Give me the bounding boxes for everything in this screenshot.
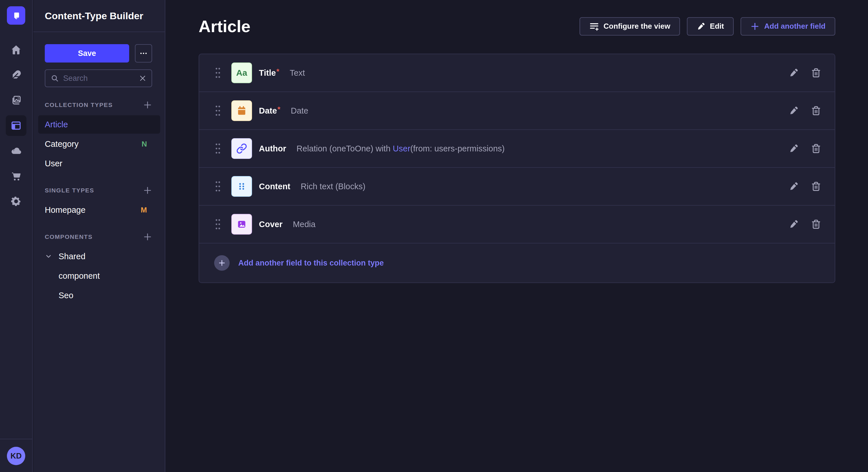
- add-single-type-button[interactable]: [143, 186, 152, 195]
- clear-search-button[interactable]: [139, 74, 146, 82]
- configure-list-icon: [589, 22, 599, 31]
- add-collection-type-button[interactable]: [143, 100, 152, 109]
- rail-nav-items: [6, 40, 26, 212]
- modified-badge: M: [141, 206, 147, 214]
- search-box: [45, 69, 152, 87]
- pencil-icon: [789, 181, 799, 191]
- plus-icon: [750, 22, 760, 31]
- edit-field-button[interactable]: [789, 220, 799, 229]
- strapi-logo[interactable]: [7, 6, 25, 25]
- drag-handle[interactable]: [214, 218, 222, 231]
- trash-icon: [811, 144, 821, 154]
- edit-button[interactable]: Edit: [687, 17, 734, 36]
- main-content: Article Configure the view Edit Add an: [166, 0, 868, 472]
- plus-icon: [218, 259, 226, 267]
- plus-icon: [143, 186, 152, 195]
- cloud-icon: [10, 145, 22, 157]
- drag-handle[interactable]: [214, 180, 222, 193]
- plus-icon: [143, 232, 152, 241]
- configure-view-button[interactable]: Configure the view: [580, 17, 680, 36]
- gear-icon: [10, 196, 22, 207]
- field-row-title: Aa Title* Text: [199, 54, 835, 92]
- drag-handle[interactable]: [214, 142, 222, 155]
- content-type-builder-icon: [10, 120, 22, 131]
- components-title: COMPONENTS: [45, 233, 93, 240]
- content-manager-nav[interactable]: [6, 65, 26, 86]
- pencil-icon: [789, 106, 799, 115]
- field-type: Rich text (Blocks): [301, 182, 366, 191]
- relation-target-link[interactable]: User: [393, 144, 410, 153]
- field-name: Content: [259, 182, 290, 191]
- marketplace-nav[interactable]: [6, 166, 26, 187]
- edit-field-button[interactable]: [789, 106, 799, 115]
- item-label: User: [45, 159, 62, 168]
- close-icon: [139, 74, 146, 82]
- cart-icon: [10, 170, 22, 182]
- delete-field-button[interactable]: [811, 220, 821, 229]
- feather-icon: [10, 69, 22, 81]
- field-type: Media: [293, 220, 315, 229]
- delete-field-button[interactable]: [811, 106, 821, 115]
- pencil-icon: [789, 68, 799, 78]
- field-type: Text: [290, 68, 305, 78]
- sidebar-item-seo[interactable]: Seo: [38, 286, 160, 305]
- date-field-icon: [231, 100, 252, 121]
- more-actions-button[interactable]: [135, 44, 152, 63]
- drag-handle[interactable]: [214, 104, 222, 117]
- trash-icon: [811, 220, 821, 229]
- trash-icon: [811, 106, 821, 115]
- field-row-content: Content Rich text (Blocks): [199, 168, 835, 206]
- item-label: component: [59, 271, 100, 281]
- single-types-title: SINGLE TYPES: [45, 187, 94, 194]
- component-group-shared[interactable]: Shared: [38, 247, 160, 266]
- plugin-title: Content-Type Builder: [45, 10, 143, 22]
- deploy-nav[interactable]: [6, 140, 26, 161]
- media-library-icon: [10, 95, 22, 106]
- field-row-cover: Cover Media: [199, 206, 835, 243]
- edit-label: Edit: [710, 22, 724, 31]
- drag-handle[interactable]: [214, 67, 222, 79]
- item-label: Category: [45, 139, 79, 149]
- fields-table: Aa Title* Text: [198, 54, 835, 283]
- components-section: COMPONENTS Shared component: [45, 232, 152, 305]
- delete-field-button[interactable]: [811, 181, 821, 191]
- text-field-icon: Aa: [231, 63, 252, 83]
- content-type-builder-nav[interactable]: [6, 115, 26, 136]
- strapi-logo-icon: [11, 10, 22, 21]
- edit-field-button[interactable]: [789, 144, 799, 154]
- single-types-section: SINGLE TYPES Homepage M: [45, 186, 152, 219]
- edit-field-button[interactable]: [789, 68, 799, 78]
- add-field-row[interactable]: Add another field to this collection typ…: [199, 243, 835, 282]
- pencil-icon: [789, 144, 799, 154]
- sidebar-item-category[interactable]: Category N: [38, 135, 160, 153]
- main-nav-rail: KD: [0, 0, 33, 472]
- item-label: Homepage: [45, 205, 86, 215]
- add-component-button[interactable]: [143, 232, 152, 241]
- settings-nav[interactable]: [6, 191, 26, 212]
- sidebar-item-article[interactable]: Article: [38, 115, 160, 134]
- field-row-date: Date* Date: [199, 92, 835, 130]
- edit-field-button[interactable]: [789, 181, 799, 191]
- page-title: Article: [198, 16, 251, 36]
- ellipsis-icon: [139, 49, 148, 58]
- plugin-sidebar: Content-Type Builder Save: [33, 0, 165, 472]
- field-type: Date: [291, 106, 308, 115]
- text-icon-glyph: Aa: [236, 68, 247, 78]
- delete-field-button[interactable]: [811, 68, 821, 78]
- user-avatar[interactable]: KD: [7, 447, 25, 465]
- add-field-row-label[interactable]: Add another field to this collection typ…: [238, 259, 384, 268]
- search-input[interactable]: [63, 74, 135, 83]
- sidebar-item-user[interactable]: User: [38, 154, 160, 173]
- sidebar-item-homepage[interactable]: Homepage M: [38, 201, 160, 219]
- media-library-nav[interactable]: [6, 90, 26, 111]
- delete-field-button[interactable]: [811, 144, 821, 154]
- save-button[interactable]: Save: [45, 44, 129, 63]
- sidebar-item-component[interactable]: component: [38, 267, 160, 285]
- field-name: Author: [259, 144, 286, 154]
- add-another-field-button[interactable]: Add another field: [741, 17, 835, 36]
- field-type: Relation (oneToOne) with User(from: user…: [297, 144, 505, 154]
- home-nav[interactable]: [6, 40, 26, 60]
- item-label: Seo: [59, 291, 73, 300]
- add-field-circle-button[interactable]: [214, 255, 229, 271]
- add-field-label: Add another field: [764, 22, 826, 31]
